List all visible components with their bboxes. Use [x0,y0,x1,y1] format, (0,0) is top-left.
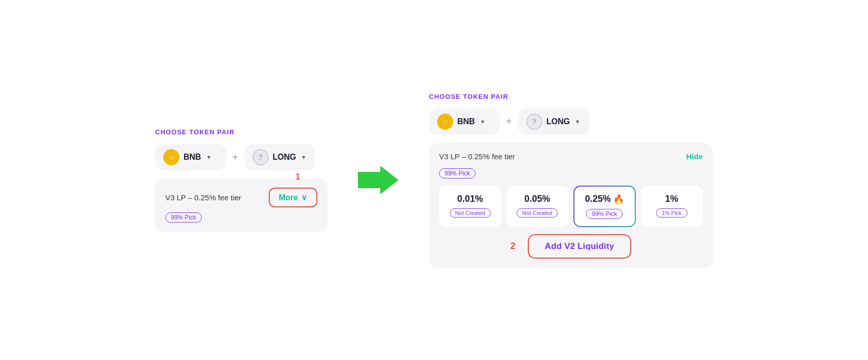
fee-percent-025: 0.25% 🔥 [585,194,624,205]
badge-pick-025: 99% Pick [586,209,623,219]
fee-option-025[interactable]: 0.25% 🔥 99% Pick [573,186,636,227]
left-fee-tier-header: V3 LP – 0.25% fee tier More ∨ [165,188,317,207]
left-token2-chevron: ▾ [302,154,305,161]
right-panel: CHOOSE TOKEN PAIR ⬡ BNB ▾ + ? LONG ▾ V3 … [429,93,713,268]
left-fee-tier-title: V3 LP – 0.25% fee tier [165,193,241,202]
bnb-icon-left: ⬡ [163,149,179,165]
right-panel-label: CHOOSE TOKEN PAIR [429,93,713,100]
right-token2-name: LONG [547,117,570,126]
fee-option-001[interactable]: 0.01% Not Created [439,186,501,227]
left-token2-selector[interactable]: ? LONG ▾ [244,144,315,170]
right-fee-tier-card: V3 LP – 0.25% fee tier Hide 99% Pick 0.0… [429,143,713,268]
left-token1-chevron: ▾ [207,154,210,161]
fee-percent-001: 0.01% [457,194,483,204]
bnb-icon-right: ⬡ [437,114,453,130]
more-chevron: ∨ [301,193,307,202]
right-token2-selector[interactable]: ? LONG ▾ [518,109,589,135]
add-v2-row: 2 Add V2 Liquidity [439,234,703,259]
left-token-pair-row: ⬡ BNB ▾ + ? LONG ▾ [155,144,328,170]
left-panel: CHOOSE TOKEN PAIR ⬡ BNB ▾ + ? LONG ▾ 1 V… [155,128,328,232]
badge-not-created-005: Not Created [517,208,558,218]
more-label: More [279,193,298,202]
right-plus: + [506,116,512,127]
right-fee-tier-left: V3 LP – 0.25% fee tier [439,152,515,161]
add-v2-label: Add V2 Liquidity [545,241,614,251]
right-token-pair-row: ⬡ BNB ▾ + ? LONG ▾ [429,109,713,135]
long-icon-left: ? [252,149,269,165]
right-token1-name: BNB [457,117,475,126]
svg-text:⬡: ⬡ [444,120,447,124]
add-v2-button[interactable]: Add V2 Liquidity [528,234,632,259]
arrow-container [348,165,409,195]
main-container: CHOOSE TOKEN PAIR ⬡ BNB ▾ + ? LONG ▾ 1 V… [0,73,868,288]
left-pick-badge: 99% Pick [165,212,202,223]
fee-options-row: 0.01% Not Created 0.05% Not Created 0.25… [439,186,703,227]
right-token1-chevron: ▾ [481,118,484,125]
right-badge-row: 99% Pick [439,168,703,178]
hide-link[interactable]: Hide [686,152,703,161]
long-icon-right: ? [526,114,542,130]
svg-text:⬡: ⬡ [170,155,173,160]
fee-option-005[interactable]: 0.05% Not Created [507,186,569,227]
fee-percent-005: 0.05% [524,194,550,204]
left-panel-label: CHOOSE TOKEN PAIR [155,128,328,136]
left-badge-pick: 99% Pick [165,212,317,223]
right-fee-tier-top-row: V3 LP – 0.25% fee tier Hide [439,152,703,161]
badge-1pct: 1% Pick [656,208,688,218]
more-button[interactable]: More ∨ [269,188,317,207]
step2-number: 2 [511,241,516,251]
fire-icon: 🔥 [613,194,624,205]
svg-marker-2 [358,166,399,194]
fee-percent-1: 1% [665,194,678,204]
left-step-number: 1 [296,172,300,182]
right-token1-selector[interactable]: ⬡ BNB ▾ [429,109,500,135]
green-arrow-icon [358,165,399,195]
left-plus: + [232,152,238,163]
right-pick-badge: 99% Pick [439,168,476,178]
left-token2-name: LONG [273,153,296,162]
badge-not-created-001: Not Created [450,208,491,218]
right-token2-chevron: ▾ [576,118,579,125]
fee-option-1[interactable]: 1% 1% Pick [641,186,703,227]
left-token1-name: BNB [184,153,201,162]
left-token1-selector[interactable]: ⬡ BNB ▾ [155,144,226,170]
right-fee-tier-title: V3 LP – 0.25% fee tier [439,152,515,161]
left-fee-tier-card: 1 V3 LP – 0.25% fee tier More ∨ 99% Pick [155,178,328,232]
